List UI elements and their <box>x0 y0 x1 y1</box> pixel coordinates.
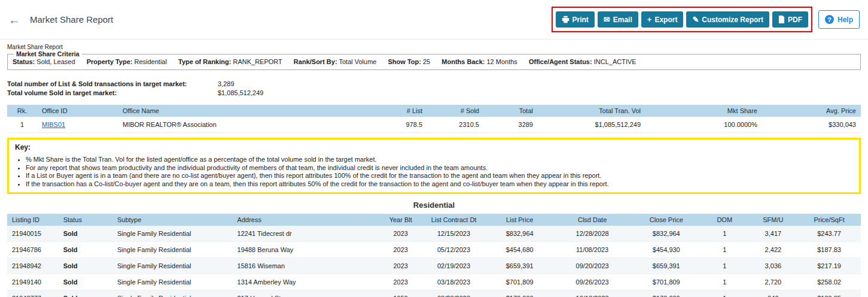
listings-table: Listing ID Status Subtype Address Year B… <box>7 214 861 297</box>
listing-contract-date-cell: 12/15/2023 <box>421 226 487 242</box>
listing-id-cell: 21940015 <box>7 226 59 242</box>
key-bullet: If a List or Buyer agent is in a team (a… <box>26 172 853 180</box>
criteria-item: Show Top: 25 <box>388 58 431 65</box>
criteria-legend: Market Share Criteria <box>14 50 82 57</box>
listing-closed-date-cell: 09/26/2023 <box>553 274 632 290</box>
listing-id-cell: 21948942 <box>7 258 59 274</box>
list-count-cell: 978.5 <box>370 117 427 133</box>
summary-table: Rk. Office ID Office Name # List # Sold … <box>7 105 861 133</box>
pdf-icon <box>778 16 785 23</box>
listing-price-sqft-cell: $217.19 <box>797 258 861 274</box>
help-button[interactable]: ? Help <box>818 10 860 29</box>
report-name: Market Share Report <box>7 44 861 50</box>
listing-sfmu-cell: 2,720 <box>749 274 798 290</box>
listing-close-price-cell: $832,964 <box>632 226 701 242</box>
email-button[interactable]: ✉ Email <box>598 11 638 28</box>
listing-subtype-cell: Single Family Residential <box>112 242 233 258</box>
listing-price-sqft-cell: $243.77 <box>797 226 861 242</box>
col-status: Status <box>59 214 112 226</box>
listing-status-cell: Sold <box>59 290 112 297</box>
listing-list-price-cell: $454,680 <box>487 242 553 258</box>
col-mkt-share: Mkt Share <box>645 105 762 117</box>
listing-address-cell: 1314 Amberley Way <box>233 274 381 290</box>
listing-price-sqft-cell: $258.02 <box>797 274 861 290</box>
summary-row: 1 MIBS01 MIBOR REALTOR® Association 978.… <box>7 117 861 133</box>
listing-row: 21946786 Sold Single Family Residential … <box>7 242 861 258</box>
criteria-value: 12 Months <box>486 58 517 65</box>
listing-list-price-cell: $701,809 <box>487 274 553 290</box>
criteria-panel: Market Share Criteria Status: Sold, Leas… <box>7 50 861 70</box>
listing-close-price-cell: $659,391 <box>632 258 701 274</box>
listing-status-cell: Sold <box>59 274 112 290</box>
listing-list-price-cell: $832,964 <box>487 226 553 242</box>
customize-report-button[interactable]: ✎ Customize Report <box>686 11 769 28</box>
criteria-label: Months Back: <box>441 58 485 65</box>
col-office-name: Office Name <box>118 105 370 117</box>
listing-dom-cell: 1 <box>701 290 749 297</box>
help-button-label: Help <box>837 16 853 24</box>
listing-closed-date-cell: 12/28/2028 <box>553 226 632 242</box>
export-button[interactable]: + Export <box>641 11 684 28</box>
print-button[interactable]: Print <box>556 11 595 28</box>
listing-year-built-cell: 2023 <box>380 242 421 258</box>
listing-closed-date-cell: 09/20/2023 <box>553 258 632 274</box>
listing-dom-cell: 1 <box>701 242 749 258</box>
listing-list-price-cell: $659,391 <box>487 258 553 274</box>
back-arrow-icon[interactable]: ← <box>8 14 20 26</box>
rank-cell: 1 <box>7 117 37 133</box>
listings-body: 21940015 Sold Single Family Residential … <box>7 226 861 297</box>
listing-price-sqft-cell: $187.83 <box>797 242 861 258</box>
total-value: $1,085,512,249 <box>218 89 263 98</box>
criteria-value: RANK_REPORT <box>233 58 282 65</box>
criteria-label: Status: <box>13 58 35 65</box>
report-content: Market Share Report Market Share Criteri… <box>0 44 868 297</box>
sold-count-cell: 2310.5 <box>427 117 484 133</box>
key-bullet: For any report that shows team productiv… <box>26 164 853 172</box>
annotation-yellow-box: Key: % Mkt Share is the Total Tran. Vol … <box>7 138 861 194</box>
criteria-label: Type of Ranking: <box>178 58 231 65</box>
criteria-value: INCL_ACTIVE <box>594 58 636 65</box>
listing-year-built-cell: 2023 <box>380 226 421 242</box>
criteria-value: 25 <box>423 58 430 65</box>
listing-sfmu-cell: 3,417 <box>749 226 798 242</box>
toolbar: Print ✉ Email + Export ✎ Customize Repor… <box>552 7 860 32</box>
criteria-item: Status: Sold, Leased <box>13 58 75 65</box>
listing-address-cell: 217 Howard St <box>233 290 381 297</box>
listing-close-price-cell: $701,809 <box>632 274 701 290</box>
col-price-sqft: Price/SqFt <box>797 214 861 226</box>
total-tran-vol-cell: $1,085,512,249 <box>538 117 645 133</box>
criteria-item: Months Back: 12 Months <box>441 58 517 65</box>
print-button-label: Print <box>572 16 589 24</box>
col-sfmu: SFM/U <box>749 214 798 226</box>
key-list: % Mkt Share is the Total Tran. Vol for t… <box>26 156 853 188</box>
email-icon: ✉ <box>604 16 610 23</box>
listings-header-row: Listing ID Status Subtype Address Year B… <box>7 214 861 226</box>
criteria-label: Rank/Sort By: <box>294 58 337 65</box>
criteria-item: Rank/Sort By: Total Volume <box>294 58 377 65</box>
listing-dom-cell: 1 <box>701 274 749 290</box>
listing-subtype-cell: Single Family Residential <box>112 258 233 274</box>
pdf-button[interactable]: PDF <box>772 11 808 28</box>
section-title: Residential <box>7 201 861 210</box>
total-label: Total volume Sold in target market: <box>7 89 218 98</box>
listing-close-price-cell: $454,930 <box>632 242 701 258</box>
totals-section: Total number of List & Sold transactions… <box>7 80 861 98</box>
listing-year-built-cell: 2023 <box>380 258 421 274</box>
col-total: Total <box>484 105 538 117</box>
total-value: 3,289 <box>218 80 234 89</box>
office-id-cell: MIBS01 <box>37 117 118 133</box>
plus-icon: + <box>647 16 652 23</box>
listing-contract-date-cell: 08/28/2023 <box>421 290 487 297</box>
listing-year-built-cell: 2023 <box>380 274 421 290</box>
office-name-cell: MIBOR REALTOR® Association <box>118 117 370 133</box>
col-address: Address <box>233 214 381 226</box>
listing-sfmu-cell: 940 <box>749 290 798 297</box>
question-circle-icon: ? <box>825 15 834 24</box>
col-dom: DOM <box>701 214 749 226</box>
col-closed-date: Clsd Date <box>553 214 632 226</box>
office-id-link[interactable]: MIBS01 <box>42 121 65 128</box>
top-bar: ← Market Share Report Print ✉ Email + Ex… <box>0 0 868 40</box>
listing-row: 21948777 Sold Single Family Residential … <box>7 290 861 297</box>
listing-subtype-cell: Single Family Residential <box>112 226 233 242</box>
col-year-built: Year Blt <box>380 214 421 226</box>
